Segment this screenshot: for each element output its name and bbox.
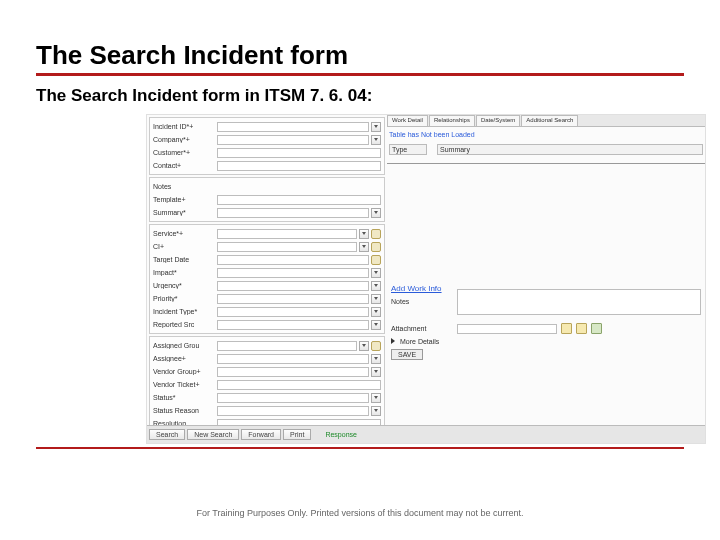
label-template: Template+ [153, 196, 215, 203]
more-details-toggle[interactable]: More Details [400, 338, 439, 345]
contact-field[interactable] [217, 161, 381, 171]
classification-group: Service*+ CI+ Target Date Impact* Urgenc… [149, 224, 385, 334]
dropdown-icon[interactable] [371, 393, 381, 403]
print-button[interactable]: Print [283, 429, 311, 440]
label-vendor-group: Vendor Group+ [153, 368, 215, 375]
dropdown-icon[interactable] [371, 354, 381, 364]
attachment-icon-3[interactable] [591, 323, 602, 334]
incident-type-field[interactable] [217, 307, 369, 317]
label-company: Company*+ [153, 136, 215, 143]
vendor-ticket-field[interactable] [217, 380, 381, 390]
lookup-icon[interactable] [371, 341, 381, 351]
attachment-icon-1[interactable] [561, 323, 572, 334]
lookup-icon[interactable] [371, 242, 381, 252]
label-attachment: Attachment [391, 325, 455, 332]
screenshot-form: Incident ID*+ Company*+ Customer*+ Conta… [146, 114, 706, 444]
tab-additional-search[interactable]: Additional Search [521, 115, 578, 126]
work-detail-table [387, 164, 705, 284]
label-status-reason: Status Reason [153, 407, 215, 414]
label-service: Service*+ [153, 230, 215, 237]
forward-button[interactable]: Forward [241, 429, 281, 440]
target-date-field[interactable] [217, 255, 369, 265]
label-vendor-ticket: Vendor Ticket+ [153, 381, 215, 388]
status-field[interactable] [217, 393, 369, 403]
assigned-group-field[interactable] [217, 341, 357, 351]
identity-group: Incident ID*+ Company*+ Customer*+ Conta… [149, 117, 385, 175]
search-button[interactable]: Search [149, 429, 185, 440]
lookup-icon[interactable] [371, 229, 381, 239]
attachment-field[interactable] [457, 324, 557, 334]
label-assigned-group: Assigned Grou [153, 342, 215, 349]
tab-work-detail[interactable]: Work Detail [387, 115, 428, 126]
col-header-type: Type [389, 144, 427, 155]
dropdown-icon[interactable] [371, 406, 381, 416]
tab-relationships[interactable]: Relationships [429, 115, 475, 126]
label-contact: Contact+ [153, 162, 215, 169]
dropdown-icon[interactable] [359, 341, 369, 351]
template-field[interactable] [217, 195, 381, 205]
urgency-field[interactable] [217, 281, 369, 291]
label-status: Status* [153, 394, 215, 401]
label-assignee: Assignee+ [153, 355, 215, 362]
customer-field[interactable] [217, 148, 381, 158]
vendor-group-field[interactable] [217, 367, 369, 377]
dropdown-icon[interactable] [371, 208, 381, 218]
calendar-icon[interactable] [371, 255, 381, 265]
tab-date-system[interactable]: Date/System [476, 115, 520, 126]
ci-field[interactable] [217, 242, 357, 252]
label-notes: Notes [153, 183, 215, 190]
incident-id-field[interactable] [217, 122, 369, 132]
save-button[interactable]: SAVE [391, 349, 423, 360]
label-ci: CI+ [153, 243, 215, 250]
col-header-summary: Summary [437, 144, 703, 155]
dropdown-icon[interactable] [371, 320, 381, 330]
service-field[interactable] [217, 229, 357, 239]
chevron-right-icon[interactable] [391, 338, 395, 345]
label-customer: Customer*+ [153, 149, 215, 156]
dropdown-icon[interactable] [359, 229, 369, 239]
dropdown-icon[interactable] [371, 268, 381, 278]
dropdown-icon[interactable] [371, 122, 381, 132]
status-reason-field[interactable] [217, 406, 369, 416]
label-notes-lower: Notes [391, 298, 455, 305]
table-not-loaded-message: Table has Not been Loaded [387, 127, 705, 142]
impact-field[interactable] [217, 268, 369, 278]
detail-tabs: Work Detail Relationships Date/System Ad… [387, 115, 705, 127]
company-field[interactable] [217, 135, 369, 145]
label-reported-src: Reported Src [153, 321, 215, 328]
slide-title: The Search Incident form [36, 40, 684, 76]
priority-field[interactable] [217, 294, 369, 304]
new-search-button[interactable]: New Search [187, 429, 239, 440]
response-link[interactable]: Response [325, 431, 357, 438]
dropdown-icon[interactable] [371, 367, 381, 377]
label-urgency: Urgency* [153, 282, 215, 289]
label-incident-id: Incident ID*+ [153, 123, 215, 130]
assignee-field[interactable] [217, 354, 369, 364]
dropdown-icon[interactable] [371, 307, 381, 317]
label-priority: Priority* [153, 295, 215, 302]
dropdown-icon[interactable] [371, 294, 381, 304]
assignment-group: Assigned Grou Assignee+ Vendor Group+ Ve… [149, 336, 385, 433]
dropdown-icon[interactable] [371, 135, 381, 145]
bottom-button-bar: Search New Search Forward Print Response [147, 425, 705, 443]
label-impact: Impact* [153, 269, 215, 276]
dropdown-icon[interactable] [359, 242, 369, 252]
label-summary: Summary* [153, 209, 215, 216]
label-target-date: Target Date [153, 256, 215, 263]
slide-subtitle: The Search Incident form in ITSM 7. 6. 0… [36, 86, 684, 106]
dropdown-icon[interactable] [371, 281, 381, 291]
divider-line [36, 447, 684, 449]
label-incident-type: Incident Type* [153, 308, 215, 315]
slide-footnote: For Training Purposes Only. Printed vers… [0, 508, 720, 518]
summary-field[interactable] [217, 208, 369, 218]
attachment-icon-2[interactable] [576, 323, 587, 334]
notes-textarea[interactable] [457, 289, 701, 315]
notes-group: Notes Template+ Summary* [149, 177, 385, 222]
reported-src-field[interactable] [217, 320, 369, 330]
